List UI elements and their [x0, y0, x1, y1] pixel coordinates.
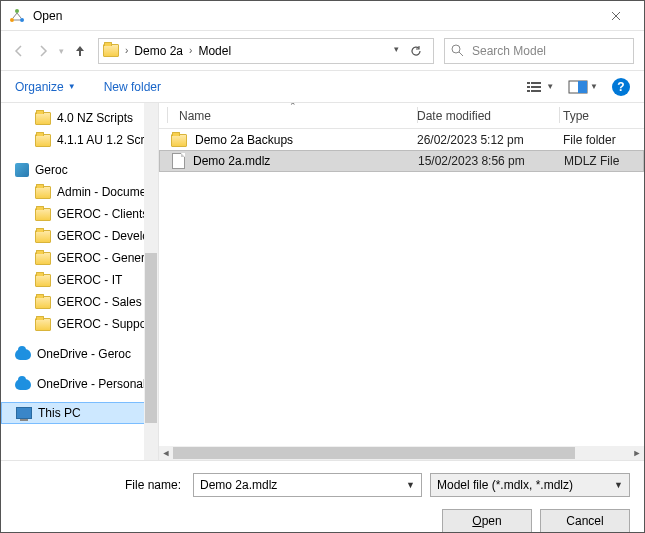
scrollbar-thumb[interactable]	[173, 447, 575, 459]
scroll-right-button[interactable]: ►	[630, 446, 644, 460]
cloud-icon	[15, 349, 31, 360]
horizontal-scrollbar[interactable]: ◄ ►	[159, 446, 644, 460]
refresh-button[interactable]	[409, 44, 423, 58]
table-row[interactable]: Demo 2a.mdlz15/02/2023 8:56 pmMDLZ File	[159, 150, 644, 172]
tree-scrollbar[interactable]	[144, 103, 158, 460]
column-date[interactable]: Date modified	[417, 109, 559, 123]
chevron-down-icon[interactable]: ▼	[614, 480, 623, 490]
file-date: 26/02/2023 5:12 pm	[417, 133, 559, 147]
toolbar: Organize ▼ New folder ▼ ▼ ?	[1, 71, 644, 103]
scroll-left-button[interactable]: ◄	[159, 446, 173, 460]
svg-point-1	[10, 18, 14, 22]
svg-rect-8	[527, 90, 530, 92]
breadcrumb-seg-2[interactable]: Model	[198, 44, 231, 58]
tree-item[interactable]: OneDrive - Personal	[1, 373, 158, 395]
window-title: Open	[33, 9, 62, 23]
tree-item[interactable]: GEROC - Support	[1, 313, 158, 335]
folder-icon	[35, 318, 51, 331]
svg-point-2	[20, 18, 24, 22]
tree-item[interactable]: Geroc	[1, 159, 158, 181]
tree-item-label: OneDrive - Personal	[37, 377, 146, 391]
table-row[interactable]: Demo 2a Backups26/02/2023 5:12 pmFile fo…	[159, 129, 644, 151]
tree-item[interactable]: 4.0 NZ Scripts	[1, 107, 158, 129]
tree-item-label: OneDrive - Geroc	[37, 347, 131, 361]
close-button[interactable]	[596, 2, 636, 30]
scrollbar-thumb[interactable]	[145, 253, 157, 423]
chevron-down-icon[interactable]: ▾	[394, 44, 399, 58]
view-menu[interactable]: ▼	[526, 80, 554, 94]
cancel-button[interactable]: Cancel	[540, 509, 630, 533]
search-input[interactable]	[470, 43, 627, 59]
svg-point-3	[452, 45, 460, 53]
folder-icon	[35, 186, 51, 199]
breadcrumb-label: Demo 2a	[134, 44, 183, 58]
chevron-down-icon[interactable]: ▼	[406, 480, 415, 490]
search-box[interactable]	[444, 38, 634, 64]
breadcrumb-label: Model	[198, 44, 231, 58]
svg-rect-6	[527, 86, 530, 88]
tree-item[interactable]: OneDrive - Geroc	[1, 343, 158, 365]
file-type: File folder	[559, 133, 644, 147]
svg-point-0	[15, 9, 19, 13]
folder-icon	[103, 44, 119, 57]
filename-combo[interactable]: Demo 2a.mdlz ▼	[193, 473, 422, 497]
column-type[interactable]: Type	[559, 109, 644, 123]
file-list: ⌃ Name Date modified Type Demo 2a Backup…	[159, 103, 644, 460]
box-icon	[15, 163, 29, 177]
sort-indicator-icon: ⌃	[289, 103, 297, 111]
forward-button[interactable]	[35, 43, 51, 59]
preview-pane-button[interactable]: ▼	[568, 80, 598, 94]
app-icon	[9, 8, 25, 24]
chevron-down-icon: ▼	[68, 82, 76, 91]
svg-rect-11	[578, 81, 587, 93]
tree-item-label: Geroc	[35, 163, 68, 177]
new-folder-button[interactable]: New folder	[104, 80, 161, 94]
svg-rect-7	[531, 86, 541, 88]
footer: File name: Demo 2a.mdlz ▼ Model file (*.…	[1, 460, 644, 533]
file-date: 15/02/2023 8:56 pm	[418, 154, 560, 168]
file-name: Demo 2a Backups	[195, 133, 293, 147]
tree-item-label: GEROC - IT	[57, 273, 122, 287]
chevron-right-icon[interactable]: ›	[125, 45, 128, 56]
tree-item[interactable]: GEROC - Sales	[1, 291, 158, 313]
open-button[interactable]: Open	[442, 509, 532, 533]
filetype-combo[interactable]: Model file (*.mdlx, *.mdlz) ▼	[430, 473, 630, 497]
column-headers: ⌃ Name Date modified Type	[159, 103, 644, 129]
tree-item[interactable]: This PC	[1, 402, 158, 424]
chevron-down-icon: ▼	[590, 82, 598, 91]
folder-icon	[35, 252, 51, 265]
chevron-right-icon[interactable]: ›	[189, 45, 192, 56]
svg-rect-4	[527, 82, 530, 84]
tree-item[interactable]: 4.1.1 AU 1.2 Scripts	[1, 129, 158, 151]
folder-icon	[35, 296, 51, 309]
tree-item-label: GEROC - General	[57, 251, 154, 265]
folder-icon	[35, 274, 51, 287]
breadcrumb-seg-1[interactable]: Demo 2a	[134, 44, 183, 58]
tree-item[interactable]: Admin - Documents	[1, 181, 158, 203]
column-name[interactable]: Name	[159, 109, 417, 123]
tree-item[interactable]: GEROC - Development	[1, 225, 158, 247]
help-button[interactable]: ?	[612, 78, 630, 96]
tree-item[interactable]: GEROC - Clients	[1, 203, 158, 225]
svg-rect-9	[531, 90, 541, 92]
folder-icon	[171, 134, 187, 147]
organize-menu[interactable]: Organize ▼	[15, 80, 76, 94]
folder-icon	[35, 230, 51, 243]
folder-icon	[35, 112, 51, 125]
back-button[interactable]	[11, 43, 27, 59]
nav-bar: ▾ › Demo 2a › Model ▾	[1, 31, 644, 71]
file-type: MDLZ File	[560, 154, 643, 168]
recent-dropdown[interactable]: ▾	[59, 46, 64, 56]
up-button[interactable]	[72, 43, 88, 59]
nav-arrows: ▾	[11, 43, 88, 59]
tree-item-label: 4.0 NZ Scripts	[57, 111, 133, 125]
chevron-down-icon: ▼	[546, 82, 554, 91]
tree-item[interactable]: GEROC - IT	[1, 269, 158, 291]
nav-tree[interactable]: 4.0 NZ Scripts4.1.1 AU 1.2 ScriptsGerocA…	[1, 103, 159, 460]
filename-value: Demo 2a.mdlz	[200, 478, 277, 492]
address-bar[interactable]: › Demo 2a › Model ▾	[98, 38, 434, 64]
tree-item[interactable]: GEROC - General	[1, 247, 158, 269]
title-bar: Open	[1, 1, 644, 31]
tree-item-label: GEROC - Clients	[57, 207, 148, 221]
pc-icon	[16, 407, 32, 419]
